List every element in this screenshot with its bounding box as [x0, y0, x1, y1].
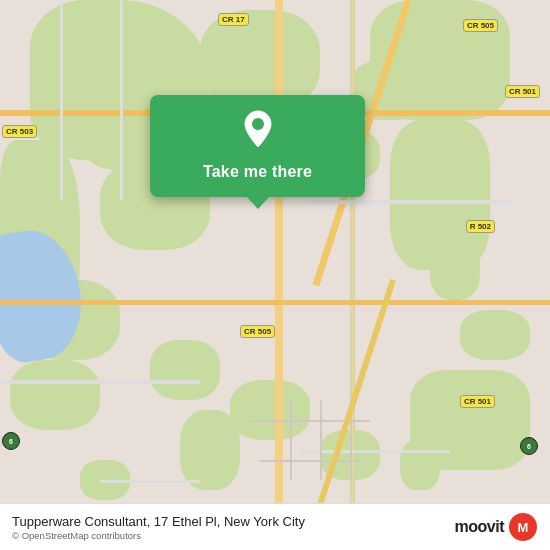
highway-badge-cr501-top: CR 501: [505, 80, 540, 98]
road-horizontal: [300, 450, 450, 453]
road-street: [290, 400, 292, 480]
highway-badge-route6-left: 6: [2, 430, 20, 451]
take-me-there-button[interactable]: Take me there: [203, 161, 312, 183]
highway-badge-cr503: CR 503: [2, 120, 37, 138]
green-area: [10, 360, 100, 430]
location-pin-icon: [236, 107, 280, 151]
osm-credit: © OpenStreetMap contributors: [12, 530, 305, 541]
location-title: Tupperware Consultant, 17 Ethel Pl, New …: [12, 514, 305, 529]
green-area: [230, 380, 310, 440]
road-vertical: [60, 0, 63, 200]
highway-badge-cr505-bottom: CR 505: [240, 320, 275, 338]
map-background: CR 17 CR 505 CR 503 CR 501 R 502 CR 505 …: [0, 0, 550, 550]
road-vertical: [120, 0, 123, 200]
road-street: [320, 400, 322, 480]
svg-text:M: M: [518, 520, 529, 535]
green-area: [180, 410, 240, 490]
highway-badge-cr502: R 502: [466, 215, 495, 233]
road-horizontal: [0, 300, 550, 305]
highway-badge-cr17: CR 17: [218, 8, 249, 26]
popup-card: Take me there: [150, 95, 365, 197]
moovit-icon: M: [508, 512, 538, 542]
bottom-bar: Tupperware Consultant, 17 Ethel Pl, New …: [0, 503, 550, 550]
highway-badge-route6-right: 6: [520, 435, 538, 456]
green-area: [460, 310, 530, 360]
road-horizontal: [100, 480, 200, 483]
road-horizontal: [310, 200, 510, 204]
road-street: [250, 420, 370, 422]
green-area: [430, 240, 480, 300]
moovit-logo: moovit M: [455, 512, 538, 542]
road-street: [260, 460, 360, 462]
green-area: [400, 440, 440, 490]
highway-badge-cr505-top: CR 505: [463, 14, 498, 32]
highway-badge-cr501-bottom: CR 501: [460, 390, 495, 408]
green-area: [150, 340, 220, 400]
bottom-bar-left: Tupperware Consultant, 17 Ethel Pl, New …: [12, 514, 305, 541]
map-container: CR 17 CR 505 CR 503 CR 501 R 502 CR 505 …: [0, 0, 550, 550]
svg-point-0: [252, 118, 264, 130]
road-main-vertical: [275, 0, 283, 550]
moovit-text: moovit: [455, 518, 504, 536]
road-horizontal: [0, 380, 200, 384]
